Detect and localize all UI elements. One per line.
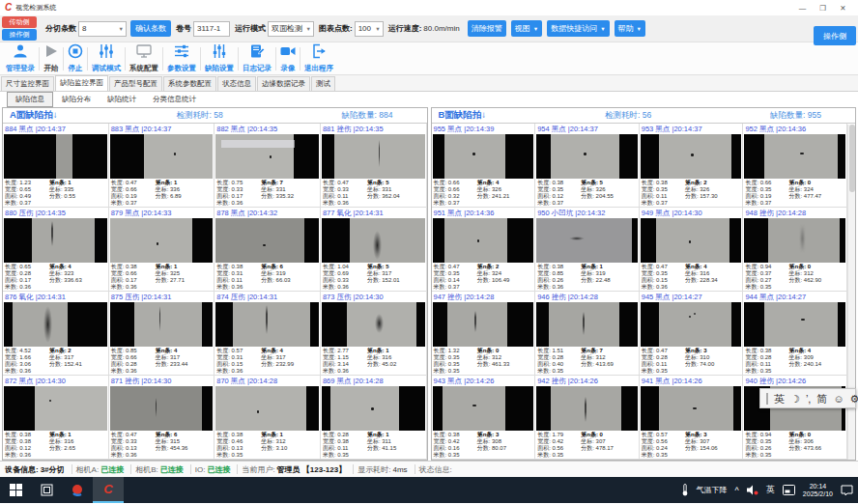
taskbar-app-icon[interactable] <box>62 477 93 503</box>
weather-widget[interactable]: 气温下降 <box>697 485 728 495</box>
defect-image[interactable] <box>4 386 107 431</box>
tool-user[interactable]: 管理登录 <box>2 42 39 74</box>
scrollbar-thumb[interactable] <box>849 125 855 192</box>
defect-image[interactable] <box>744 134 845 179</box>
defect-image[interactable] <box>536 302 638 347</box>
defect-cell[interactable]: 955 黑点 |20:14:39长度: 0.66宽度: 0.66面积: 0.32… <box>432 124 536 208</box>
subtab-1[interactable]: 缺陷分布 <box>54 93 99 106</box>
tab-1[interactable]: 缺陷监控界面 <box>55 75 108 91</box>
defect-cell[interactable]: 880 压伤 |20:14:35长度: 0.65宽度: 0.28面积: 0.17… <box>3 208 109 292</box>
panel-title[interactable]: B面缺陷拍↓ <box>439 109 487 122</box>
defect-cell[interactable]: 876 氧化 |20:14:31长度: 4.52宽度: 1.66面积: 3.06… <box>3 292 109 376</box>
defect-image[interactable] <box>322 218 425 263</box>
minimize-button[interactable]: — <box>792 4 813 13</box>
tool-log[interactable]: 日志记录 <box>239 42 275 74</box>
ime-item-5[interactable]: ⚙ <box>850 389 858 408</box>
confirm-count-button[interactable]: 确认条数 <box>130 20 171 37</box>
defect-image[interactable] <box>433 386 534 431</box>
operate-side-button[interactable]: 操作侧 <box>814 26 856 45</box>
defect-image[interactable] <box>322 302 425 347</box>
defect-cell[interactable]: 882 黑点 |20:14:35长度: 0.75宽度: 0.33面积: 0.17… <box>214 124 321 208</box>
defect-cell[interactable]: 884 黑点 |20:14:37长度: 1.23宽度: 0.65面积: 0.49… <box>3 124 109 208</box>
defect-image[interactable] <box>433 218 534 263</box>
defect-cell[interactable]: 943 黑点 |20:14:26长度: 0.38宽度: 0.42面积: 0.16… <box>432 376 536 460</box>
tool-exit[interactable]: 退出程序 <box>300 42 337 74</box>
defect-cell[interactable]: 952 黑点 |20:14:36长度: 0.66宽度: 0.35面积: 0.19… <box>743 124 847 208</box>
defect-image[interactable] <box>4 302 107 347</box>
defect-cell[interactable]: 953 黑点 |20:14:37长度: 0.38宽度: 0.35面积: 0.11… <box>640 124 744 208</box>
defect-image[interactable] <box>215 302 319 347</box>
defect-cell[interactable]: 951 黑点 |20:14:36长度: 0.47宽度: 0.35面积: 0.14… <box>432 208 536 292</box>
defect-cell[interactable]: 883 黑点 |20:14:37长度: 0.47宽度: 0.66面积: 0.19… <box>109 124 215 208</box>
defect-cell[interactable]: 954 黑点 |20:14:37长度: 0.38宽度: 0.35面积: 0.12… <box>535 124 640 208</box>
maximize-button[interactable]: ❐ <box>813 4 833 13</box>
tab-6[interactable]: 测试 <box>311 76 335 91</box>
defect-image[interactable] <box>215 218 319 263</box>
defect-cell[interactable]: 881 挫伤 |20:14:35长度: 0.47宽度: 0.33面积: 0.11… <box>321 124 427 208</box>
roll-number-input[interactable]: 3117-1 <box>193 21 230 37</box>
defect-image[interactable] <box>433 302 534 347</box>
run-mode-select[interactable]: 双面检测▼ <box>268 21 314 37</box>
defect-image[interactable] <box>641 302 742 347</box>
tool-play[interactable]: 开始 <box>40 42 63 74</box>
tool-monitor[interactable]: 系统配置 <box>126 42 162 74</box>
data-access-menu-button[interactable]: 数据快捷访问▼ <box>547 20 609 37</box>
defect-cell[interactable]: 872 黑点 |20:14:30长度: 0.38宽度: 0.38面积: 0.12… <box>3 376 109 460</box>
defect-cell[interactable]: 950 小凹坑 |20:14:32长度: 0.38宽度: 0.85面积: 0.2… <box>535 208 640 292</box>
tool-debug-sliders[interactable]: 调试模式 <box>88 42 125 74</box>
operator-side-button[interactable]: 操作侧 <box>2 29 37 41</box>
vertical-scrollbar[interactable] <box>847 125 855 460</box>
defect-cell[interactable]: 948 挫伤 |20:14:28长度: 0.94宽度: 0.37面积: 0.27… <box>743 208 847 292</box>
tab-5[interactable]: 边缘数据记录 <box>257 76 310 91</box>
ime-item-1[interactable]: ☽ <box>790 389 800 408</box>
defect-image[interactable] <box>536 218 638 263</box>
defect-image[interactable] <box>641 134 742 179</box>
notification-icon[interactable] <box>841 485 853 496</box>
subtab-0[interactable]: 缺陷信息 <box>7 92 53 107</box>
subtab-3[interactable]: 分类信息统计 <box>145 93 204 106</box>
transmission-side-button[interactable]: 传动侧 <box>2 16 37 28</box>
tool-camera[interactable]: 录像 <box>276 42 300 74</box>
defect-cell[interactable]: 877 氧化 |20:14:31长度: 1.04宽度: 0.69面积: 0.33… <box>321 208 427 292</box>
defect-cell[interactable]: 942 挫伤 |20:14:26长度: 1.79宽度: 0.42面积: 0.56… <box>535 376 640 460</box>
close-button[interactable]: ✕ <box>833 4 853 13</box>
tool-stop[interactable]: 停止 <box>64 42 87 74</box>
defect-image[interactable] <box>744 302 845 347</box>
taskbar-clock[interactable]: 20:142025/2/10 <box>803 483 833 498</box>
defect-cell[interactable]: 869 黑点 |20:14:28长度: 0.28宽度: 0.38面积: 0.11… <box>321 376 427 460</box>
tool-defect-sliders[interactable]: 缺陷设置 <box>201 42 238 74</box>
defect-image[interactable] <box>322 386 425 431</box>
tab-3[interactable]: 系统参数配置 <box>163 76 216 91</box>
subtab-2[interactable]: 缺陷统计 <box>100 93 144 106</box>
defect-image[interactable] <box>110 218 214 263</box>
volume-icon[interactable] <box>747 485 758 495</box>
chart-points-select[interactable]: 100▼ <box>355 21 384 37</box>
slit-count-select[interactable]: 8▼ <box>78 21 127 37</box>
defect-cell[interactable]: 874 压伤 |20:14:31长度: 0.57宽度: 0.31面积: 0.15… <box>214 292 321 376</box>
defect-cell[interactable]: 875 压伤 |20:14:31长度: 0.85宽度: 0.66面积: 0.28… <box>109 292 215 376</box>
defect-image[interactable] <box>215 386 319 431</box>
defect-cell[interactable]: 873 压伤 |20:14:30长度: 2.77宽度: 1.15面积: 3.14… <box>321 292 427 376</box>
tab-0[interactable]: 尺寸监控界面 <box>1 76 54 91</box>
ime-item-2[interactable]: ’, <box>806 389 812 408</box>
defect-image[interactable] <box>4 134 107 179</box>
defect-image[interactable] <box>110 386 214 431</box>
start-button[interactable] <box>0 477 31 503</box>
defect-cell[interactable]: 879 黑点 |20:14:33长度: 0.38宽度: 0.66面积: 0.17… <box>109 208 215 292</box>
clear-alarm-button[interactable]: 清除报警 <box>468 20 506 37</box>
defect-cell[interactable]: 871 挫伤 |20:14:30长度: 0.47宽度: 0.33面积: 0.13… <box>109 376 215 460</box>
view-menu-button[interactable]: 视图▼ <box>511 20 542 37</box>
defect-image[interactable] <box>4 218 107 263</box>
ime-toolbar[interactable]: 英☽’,简☺⚙ <box>759 388 856 408</box>
tray-expand-chevron[interactable]: ^ <box>735 486 739 495</box>
tab-4[interactable]: 状态信息 <box>217 76 256 91</box>
defect-cell[interactable]: 870 黑点 |20:14:28长度: 0.38宽度: 0.46面积: 0.13… <box>214 376 321 460</box>
defect-image[interactable] <box>215 134 319 179</box>
defect-image[interactable] <box>641 218 742 263</box>
defect-image[interactable] <box>641 386 742 431</box>
ime-icon[interactable] <box>783 485 795 495</box>
defect-image[interactable] <box>110 302 214 347</box>
defect-cell[interactable]: 941 黑点 |20:14:26长度: 0.57宽度: 0.56面积: 0.24… <box>640 376 744 460</box>
defect-cell[interactable]: 945 黑点 |20:14:27长度: 0.47宽度: 0.28面积: 0.11… <box>640 292 744 376</box>
taskbar-active-app-icon[interactable]: C <box>93 477 124 503</box>
